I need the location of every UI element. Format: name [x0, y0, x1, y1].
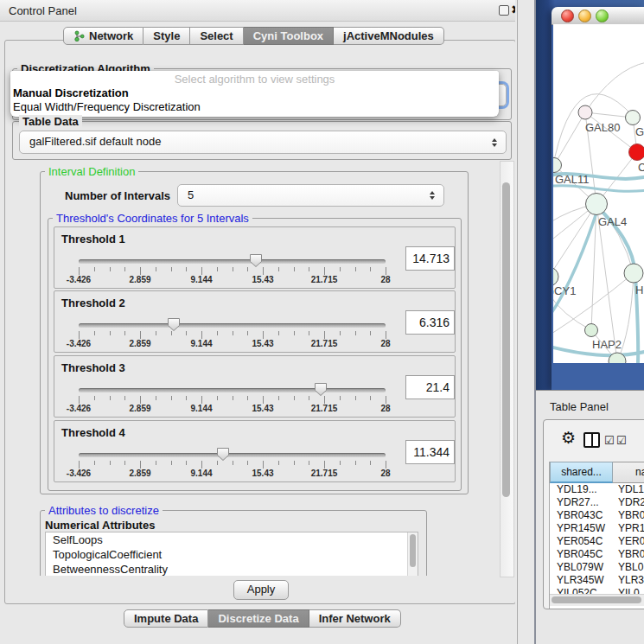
table-row[interactable]: YER054C YER0 [550, 535, 644, 548]
close-traffic-icon[interactable] [561, 10, 574, 22]
node-label-g: G [635, 125, 644, 138]
node-gcy1[interactable] [553, 267, 558, 286]
node-label-h: H [635, 284, 643, 296]
gear-icon[interactable]: ⚙ [561, 428, 576, 448]
table-row[interactable]: YBR043C YBR0 [550, 509, 644, 522]
thresholds-group-label: Threshold's Coordinates for 5 Intervals [53, 212, 252, 225]
list-scrollbar[interactable] [407, 532, 418, 576]
tab-select[interactable]: Select [190, 27, 243, 45]
threshold-3-value-field[interactable] [405, 375, 455, 399]
threshold-2-slider[interactable]: -3.4262.8599.14415.4321.71528 [79, 291, 386, 352]
table-row[interactable]: YDL19... YDL1 [550, 483, 644, 496]
numerical-attributes-label: Numerical Attributes [45, 519, 155, 532]
settings-scrollbar-thumb[interactable] [502, 182, 510, 497]
table-data-combobox-value: galFiltered.sif default node [29, 131, 161, 152]
threshold-2-value-field[interactable] [405, 310, 455, 335]
settings-scrollbar[interactable] [500, 161, 514, 577]
numerical-attributes-list[interactable]: SelfLoopsTopologicalCoefficientBetweenne… [45, 532, 418, 576]
tab-jactivemnodules[interactable]: jActiveMNodules [334, 27, 444, 45]
slider-thumb[interactable] [314, 382, 328, 397]
table-rows: YDL19... YDL1 YDR27... YDR2 YBR043C YBR0 [550, 483, 644, 600]
slider-thumb[interactable] [167, 317, 181, 332]
threshold-4-value-field[interactable] [405, 440, 455, 464]
screen: Control Panel ✖ Network Style Select Cyn… [0, 0, 644, 644]
table-row[interactable]: YBL079W YBL0 [550, 561, 644, 574]
node-gal4[interactable] [586, 194, 608, 215]
divider-line [517, 0, 518, 644]
number-of-intervals-combobox[interactable]: 5 [177, 184, 444, 207]
table-panel-box: ⚙ ☑ ☑ shared... na YDL19... YDL1 [543, 419, 644, 609]
table-data-combobox[interactable]: galFiltered.sif default node [19, 131, 507, 154]
network-window-titlebar[interactable] [552, 7, 644, 25]
attributes-group-label: Attributes to discretize [45, 504, 163, 517]
threshold-1-panel: Threshold 1 -3.4262.8599.14415.4321.7152… [54, 226, 456, 289]
panel-divider[interactable] [515, 0, 536, 644]
threshold-3-slider[interactable]: -3.4262.8599.14415.4321.71528 [79, 356, 386, 417]
interval-definition-label: Interval Definition [45, 165, 138, 178]
column-header-name[interactable]: na [613, 462, 644, 483]
table-row[interactable]: YDR27... YDR2 [550, 496, 644, 509]
list-item[interactable]: BetweennessCentrality [46, 562, 418, 576]
slider-track[interactable] [79, 323, 386, 328]
threshold-4-slider[interactable]: -3.4262.8599.14415.4321.71528 [79, 421, 386, 481]
apply-button[interactable]: Apply [233, 580, 289, 600]
list-item[interactable]: SelfLoops [46, 532, 418, 547]
node-gal80[interactable] [578, 105, 592, 119]
table-data-group-label: Table Data [19, 115, 82, 128]
combo-arrows-icon [430, 191, 436, 200]
threshold-3-panel: Threshold 3 -3.4262.8599.14415.4321.7152… [54, 355, 456, 418]
control-panel-tabs: Network Style Select Cyni Toolbox jActiv… [63, 27, 444, 45]
minimize-traffic-icon[interactable] [578, 10, 591, 22]
tab-impute-data[interactable]: Impute Data [124, 609, 208, 628]
threshold-1-slider[interactable]: -3.4262.8599.14415.4321.71528 [79, 227, 386, 288]
table-row[interactable]: YLR345W YLR3 [550, 574, 644, 587]
algorithm-dropdown-popup: Select algorithm to view settings Manual… [10, 71, 499, 117]
popup-item-equal-width-frequency[interactable]: Equal Width/Frequency Discretization [13, 100, 201, 113]
tab-style[interactable]: Style [143, 27, 190, 45]
tab-infer-network[interactable]: Infer Network [309, 609, 401, 628]
column-header-shared-name[interactable]: shared... [550, 462, 613, 483]
slider-track[interactable] [79, 453, 386, 457]
node-label-c: C [638, 161, 644, 174]
node-hap2[interactable] [585, 324, 598, 337]
settings-scroll-viewport: Interval Definition Number of Intervals … [10, 161, 500, 576]
table-horizontal-scrollbar[interactable] [550, 594, 644, 606]
network-canvas[interactable]: GAL80 G C GAL11 GAL4 GCY1 H HAP2 [553, 24, 644, 363]
table-panel-area: Table Panel ⚙ ☑ ☑ shared... na YDL19... … [536, 390, 644, 644]
slider-track[interactable] [79, 388, 386, 392]
float-window-icon[interactable] [499, 5, 509, 16]
number-of-intervals-value: 5 [188, 185, 194, 206]
node-g[interactable] [626, 111, 641, 125]
zoom-traffic-icon[interactable] [596, 10, 609, 22]
checkbox-icon[interactable]: ☑ [604, 434, 615, 447]
tab-discretize-data[interactable]: Discretize Data [208, 609, 309, 628]
threshold-1-value-field[interactable] [405, 246, 455, 271]
slider-track[interactable] [79, 259, 386, 264]
node-table: shared... na YDL19... YDL1 YDR27... YDR2 [549, 462, 644, 609]
bottom-tabs: Impute Data Discretize Data Infer Networ… [124, 609, 401, 628]
threshold-4-panel: Threshold 4 -3.4262.8599.14415.4321.7152… [54, 420, 456, 482]
node-label-gal80: GAL80 [585, 121, 620, 134]
table-panel-title: Table Panel [550, 400, 609, 413]
columns-icon[interactable] [583, 432, 600, 448]
network-icon [73, 30, 85, 41]
checkbox-icon[interactable]: ☑ [616, 434, 627, 447]
tab-network[interactable]: Network [63, 27, 143, 45]
node-red-selected[interactable] [629, 144, 644, 161]
table-scrollbar-thumb[interactable] [552, 596, 641, 603]
slider-tick-labels: -3.4262.8599.14415.4321.71528 [79, 404, 386, 414]
node-label-hap2: HAP2 [592, 338, 622, 351]
slider-tick-labels: -3.4262.8599.14415.4321.71528 [79, 469, 386, 479]
slider-tick-labels: -3.4262.8599.14415.4321.71528 [79, 275, 386, 285]
node-label-gcy1: GCY1 [553, 284, 576, 297]
network-view-window[interactable]: GAL80 G C GAL11 GAL4 GCY1 H HAP2 [552, 7, 644, 390]
list-item[interactable]: TopologicalCoefficient [46, 547, 418, 562]
slider-thumb[interactable] [249, 253, 263, 268]
table-row[interactable]: YBR045C YBR0 [550, 548, 644, 561]
slider-thumb[interactable] [216, 447, 230, 462]
popup-item-manual-discretization[interactable]: Manual Discretization [13, 86, 129, 99]
threshold-2-panel: Threshold 2 -3.4262.8599.14415.4321.7152… [54, 290, 456, 353]
table-row[interactable]: YPR145W YPR1 [550, 522, 644, 535]
tab-cyni-toolbox[interactable]: Cyni Toolbox [244, 27, 334, 45]
node-h[interactable] [624, 264, 643, 283]
